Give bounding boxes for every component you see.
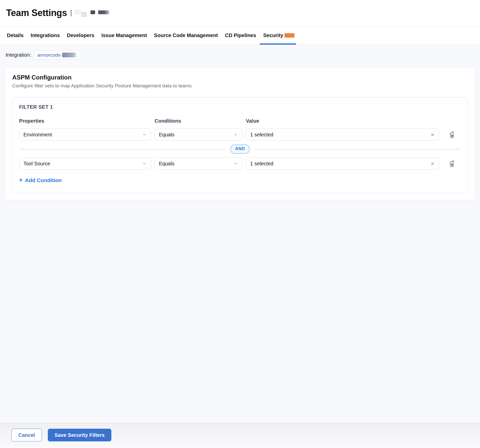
and-divider: AND bbox=[19, 145, 461, 154]
chevron-down-icon bbox=[233, 132, 238, 137]
page-title: Team Settings bbox=[6, 8, 67, 18]
tab-source-code-management[interactable]: Source Code Management bbox=[154, 26, 218, 44]
filter-row-2: Tool Source Equals 1 selected bbox=[19, 157, 461, 170]
property-select[interactable]: Environment bbox=[19, 129, 151, 141]
add-condition-button[interactable]: + Add Condition bbox=[19, 177, 62, 183]
card-subtitle: Configure filter sets to map Application… bbox=[12, 83, 468, 89]
clear-selection-icon[interactable] bbox=[430, 133, 435, 137]
tab-cd-pipelines[interactable]: CD Pipelines bbox=[225, 26, 256, 44]
title-separator bbox=[71, 10, 71, 16]
trash-icon bbox=[448, 160, 455, 167]
add-condition-label: Add Condition bbox=[25, 177, 62, 183]
property-select-value: Environment bbox=[23, 132, 52, 138]
tab-label: Details bbox=[7, 33, 24, 38]
property-select-value: Tool Source bbox=[23, 161, 50, 167]
tab-label: Source Code Management bbox=[154, 33, 218, 38]
divider-line bbox=[254, 149, 461, 149]
save-security-filters-button[interactable]: Save Security Filters bbox=[48, 429, 112, 441]
security-tab-badge-redacted bbox=[284, 33, 294, 38]
integration-value: armorcode- bbox=[37, 52, 62, 58]
condition-select-value: Equals bbox=[159, 132, 174, 138]
tab-label: Developers bbox=[67, 33, 94, 38]
filter-set-title: FILTER SET 1 bbox=[19, 104, 461, 110]
active-tab-indicator bbox=[260, 43, 296, 45]
plus-icon: + bbox=[19, 177, 23, 183]
tab-security[interactable]: Security bbox=[263, 26, 294, 44]
trash-icon bbox=[448, 131, 455, 138]
value-multiselect[interactable]: 1 selected bbox=[246, 129, 439, 141]
value-selected-count: 1 selected bbox=[250, 161, 273, 167]
page-header: Team Settings bbox=[0, 0, 480, 26]
delete-condition-button[interactable] bbox=[448, 131, 456, 139]
integration-label: Integration: bbox=[6, 52, 31, 58]
tab-bar: Details Integrations Developers Issue Ma… bbox=[0, 26, 480, 45]
properties-column-header: Properties bbox=[19, 118, 151, 124]
integration-chip[interactable]: armorcode- bbox=[34, 50, 80, 60]
redacted-block bbox=[81, 12, 87, 17]
filter-set-1: FILTER SET 1 Properties Conditions Value… bbox=[12, 97, 468, 193]
tab-details[interactable]: Details bbox=[7, 26, 24, 44]
delete-condition-button[interactable] bbox=[448, 159, 456, 168]
value-column-header: Value bbox=[246, 118, 439, 124]
conditions-column-header: Conditions bbox=[155, 118, 242, 124]
tab-developers[interactable]: Developers bbox=[67, 26, 94, 44]
and-joiner-pill: AND bbox=[230, 145, 250, 154]
integration-row: Integration: armorcode- bbox=[5, 50, 475, 60]
tab-label: Integrations bbox=[31, 33, 60, 38]
tab-issue-management[interactable]: Issue Management bbox=[101, 26, 147, 44]
redacted-block bbox=[62, 53, 77, 57]
tab-label: Issue Management bbox=[101, 33, 147, 38]
main-content: Integration: armorcode- ASPM Configurati… bbox=[0, 45, 480, 423]
redacted-block bbox=[91, 10, 95, 14]
tab-label: CD Pipelines bbox=[225, 33, 256, 38]
tab-integrations[interactable]: Integrations bbox=[31, 26, 60, 44]
value-multiselect[interactable]: 1 selected bbox=[246, 157, 439, 170]
filter-column-headers: Properties Conditions Value bbox=[19, 118, 461, 124]
card-title: ASPM Configuration bbox=[12, 74, 468, 81]
divider-line bbox=[19, 149, 226, 149]
condition-select[interactable]: Equals bbox=[155, 129, 242, 141]
chevron-down-icon bbox=[142, 161, 147, 166]
aspm-configuration-card: ASPM Configuration Configure filter sets… bbox=[5, 67, 475, 200]
value-selected-count: 1 selected bbox=[250, 132, 273, 138]
redacted-block bbox=[74, 10, 81, 15]
footer-action-bar: Cancel Save Security Filters bbox=[0, 423, 480, 448]
chevron-down-icon bbox=[233, 161, 238, 166]
filter-row-1: Environment Equals 1 selected bbox=[19, 129, 461, 141]
redacted-block bbox=[98, 10, 109, 14]
condition-select[interactable]: Equals bbox=[155, 157, 242, 170]
property-select[interactable]: Tool Source bbox=[19, 157, 151, 170]
condition-select-value: Equals bbox=[159, 161, 174, 167]
chevron-down-icon bbox=[142, 132, 147, 137]
clear-selection-icon[interactable] bbox=[430, 162, 435, 166]
cancel-button[interactable]: Cancel bbox=[11, 429, 42, 441]
tab-label: Security bbox=[263, 33, 283, 38]
